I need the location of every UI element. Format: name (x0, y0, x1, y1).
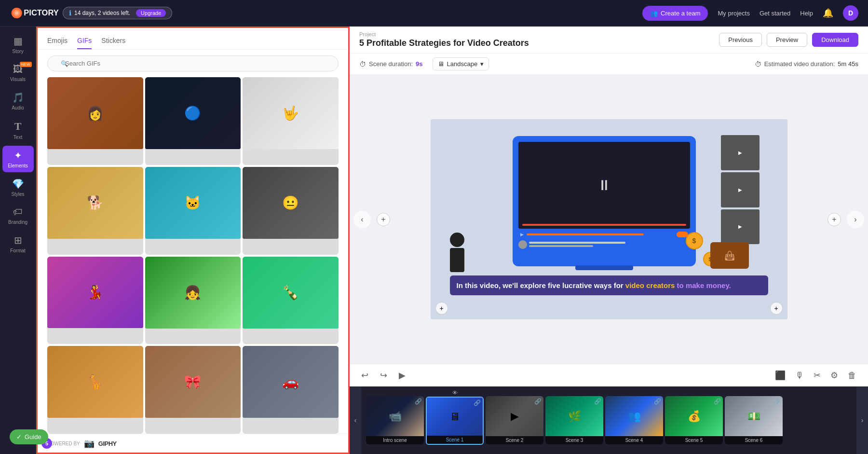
video-thumb-1: ▶ (721, 135, 760, 170)
canvas-add-right-button[interactable]: + (827, 213, 841, 226)
profile-row (518, 240, 690, 249)
delete-button[interactable]: 🗑 (846, 368, 858, 383)
guide-label: Guide (25, 433, 41, 440)
scene-wrapper-4: 👥 🔗 Scene 4 (605, 396, 663, 444)
sidebar-label-format: Format (10, 248, 26, 253)
guide-button[interactable]: ✓ Guide (10, 429, 48, 444)
timeline-scene-1[interactable]: 🖥 🔗 Scene 1 (426, 397, 484, 445)
add-element-button-2[interactable]: + (770, 302, 783, 315)
undo-button[interactable]: ↩ (359, 368, 370, 383)
my-projects-link[interactable]: My projects (718, 10, 749, 17)
subtitle-highlight: video creators (625, 281, 675, 289)
top-navigation: PICTORY ℹ 14 days, 2 videos left. Upgrad… (0, 0, 868, 27)
sidebar-item-format[interactable]: ⊞ Format (2, 231, 34, 257)
scene-icon-3: 🌿 (568, 410, 581, 423)
team-icon: 👥 (650, 10, 658, 17)
elements-icon: ✦ (14, 150, 22, 161)
timeline-scene-2[interactable]: ▶ 🔗 Scene 2 (486, 396, 543, 444)
captions-button[interactable]: ⬛ (773, 368, 787, 383)
timeline-scene-5[interactable]: 💰 🔗 Scene 5 (665, 396, 723, 444)
canvas-add-bottom-right[interactable]: + (770, 302, 783, 315)
add-element-button[interactable]: + (435, 302, 448, 315)
monitor-base (575, 265, 633, 270)
gif-item[interactable]: 🤟 (243, 77, 339, 165)
gif-item[interactable]: 🚗 (243, 346, 339, 434)
sidebar-item-visuals[interactable]: 🖼 Visuals NEW (2, 60, 34, 86)
get-started-link[interactable]: Get started (760, 10, 790, 17)
canvas-prev-arrow[interactable]: ‹ (353, 211, 371, 228)
notifications-bell-icon[interactable]: 🔔 (823, 8, 833, 18)
landscape-icon: 🖥 (438, 60, 444, 68)
sidebar-item-audio[interactable]: 🎵 Audio (2, 88, 34, 114)
play-button[interactable]: ▶ (397, 368, 407, 383)
scene-icon-2: ▶ (511, 410, 519, 423)
sidebar-item-text[interactable]: T Text (2, 116, 34, 144)
redo-button[interactable]: ↪ (378, 368, 389, 383)
upgrade-button[interactable]: Upgrade (136, 9, 166, 17)
gif-item[interactable]: 🎀 (145, 346, 241, 434)
gif-item[interactable]: 🍾 (243, 257, 339, 344)
tab-gifs[interactable]: GIFs (77, 33, 92, 49)
gif-item[interactable]: 👩 (47, 77, 143, 165)
video-canvas-wrap: ‹ + ⏸ ▶ (350, 75, 868, 364)
canvas-next-arrow[interactable]: › (847, 211, 864, 228)
timeline-toggle-left[interactable]: ‹ (350, 386, 361, 454)
microphone-button[interactable]: 🎙 (793, 368, 806, 383)
canvas-add-left-button[interactable]: + (377, 213, 390, 226)
previous-button[interactable]: Previous (719, 33, 762, 47)
settings-button[interactable]: ⚙ (828, 368, 840, 383)
scene-label-2: Scene 2 (486, 436, 543, 444)
person-head (450, 233, 464, 247)
est-clock-icon: ⏱ (755, 60, 761, 68)
timeline-scene-3[interactable]: 🌿 🔗 Scene 3 (545, 396, 603, 444)
cut-button[interactable]: ✂ (812, 368, 823, 383)
download-button[interactable]: Download (812, 33, 858, 47)
tab-stickers[interactable]: Stickers (101, 33, 125, 49)
timeline-scene-intro[interactable]: 📹 🔗 Intro scene (366, 396, 424, 444)
gif-item[interactable]: 😐 (243, 167, 339, 255)
monitor-ctrl-icon: ▶ (520, 232, 524, 237)
gif-item[interactable]: 🔵 (145, 77, 241, 165)
text-icon: T (14, 120, 22, 133)
scene-wrapper-6: 💵 🔗 Scene 6 (725, 396, 783, 444)
layout-selector[interactable]: 🖥 Landscape ▾ (433, 57, 489, 70)
project-info: Project 5 Profitable Strategies for Vide… (359, 31, 529, 48)
header-actions: Previous Preview Download (719, 33, 858, 47)
help-link[interactable]: Help (800, 10, 813, 17)
sidebar-item-story[interactable]: ▦ Story (2, 31, 34, 58)
timeline-toggle-right[interactable]: › (856, 386, 868, 454)
monitor-sub-bar (527, 234, 644, 235)
timeline-scene-6[interactable]: 💵 🔗 Scene 6 (725, 396, 783, 444)
main-layout: ▦ Story 🖼 Visuals NEW 🎵 Audio T Text ✦ E… (0, 27, 868, 454)
gif-item[interactable]: 🦒 (47, 346, 143, 434)
tab-emojis[interactable]: Emojis (47, 33, 68, 49)
scene-wrapper-3: 🌿 🔗 Scene 3 (545, 396, 603, 444)
scene-label-intro: Intro scene (366, 436, 424, 444)
gif-item[interactable]: 🐱 (145, 167, 241, 255)
scene-label-3: Scene 3 (545, 436, 603, 444)
styles-icon: 💎 (12, 178, 24, 190)
sidebar-item-styles[interactable]: 💎 Styles (2, 174, 34, 201)
gif-search-input[interactable] (47, 55, 339, 71)
scene-overlay-icon-3: 🔗 (594, 398, 601, 405)
scene-duration-label: Scene duration: (369, 60, 413, 68)
timeline-scene-4[interactable]: 👥 🔗 Scene 4 (605, 396, 663, 444)
estimated-duration: ⏱ Estimated video duration: 5m 45s (755, 60, 858, 68)
timeline-scroll[interactable]: 📹 🔗 Intro scene 👁 🖥 🔗 Scene 1 (361, 386, 856, 454)
est-duration-label: Estimated video duration: (764, 60, 835, 68)
monitor-toggle (677, 232, 688, 237)
user-avatar[interactable]: D (843, 5, 858, 21)
sidebar-item-branding[interactable]: 🏷 Branding (2, 203, 34, 229)
gif-item[interactable]: 💃 (47, 257, 143, 344)
scene-overlay-icon-intro: 🔗 (415, 398, 422, 405)
scene-label-6: Scene 6 (725, 436, 783, 444)
sidebar-item-elements[interactable]: ✦ Elements (2, 146, 34, 172)
gif-item[interactable]: 👧 (145, 257, 241, 344)
giphy-footer: POWERED BY 📷 GIPHY (38, 434, 348, 453)
toolbar-right: ⬛ 🎙 ✂ ⚙ 🗑 (773, 368, 858, 383)
preview-button[interactable]: Preview (767, 33, 807, 47)
create-team-button[interactable]: 👥 Create a team (642, 6, 708, 21)
gif-item[interactable]: 🐕 (47, 167, 143, 255)
timeline-area: ‹ 📹 🔗 Intro scene 👁 (350, 386, 868, 454)
canvas-add-bottom-left[interactable]: + (435, 302, 448, 315)
